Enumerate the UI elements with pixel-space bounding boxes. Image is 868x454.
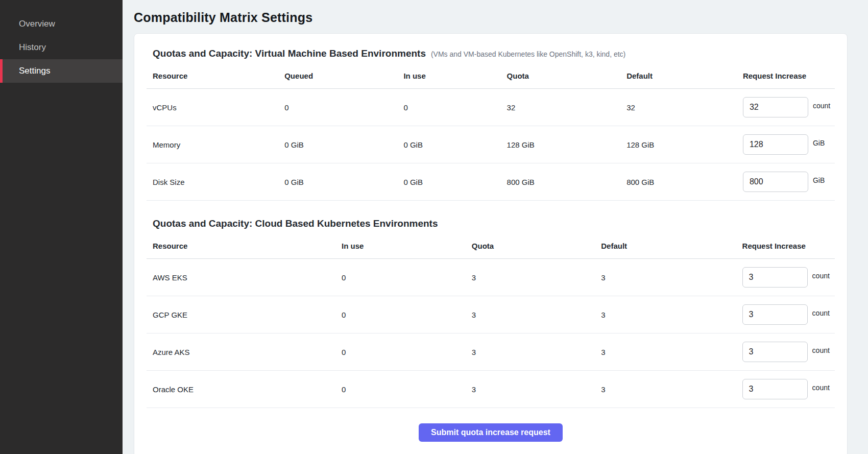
resource-cell: GCP GKE [147,296,339,333]
default-cell: 128 GiB [623,126,740,163]
unit-label: count [812,346,830,354]
request-increase-cell: count [739,259,835,296]
request-increase-input[interactable] [742,267,808,288]
in-use-cell: 0 [339,371,469,408]
table-row: AWS EKS 0 3 3 count [147,259,835,296]
request-increase-input[interactable] [743,97,808,117]
resource-cell: Azure AKS [147,333,339,371]
submit-quota-increase-button[interactable]: Submit quota increase request [419,423,563,442]
submit-area: Submit quota increase request [147,423,835,442]
main-content: Compatibility Matrix Settings Quotas and… [123,0,868,454]
request-increase-input[interactable] [743,134,808,155]
default-cell: 3 [598,259,739,296]
table-row: GCP GKE 0 3 3 count [147,296,835,333]
table-header-row: Resource In use Quota Default Request In… [147,238,835,259]
unit-label: count [812,384,830,392]
request-increase-input[interactable] [742,379,808,399]
request-increase-input[interactable] [742,304,808,325]
sidebar-item-history[interactable]: History [0,36,123,59]
default-cell: 32 [623,89,740,126]
vm-section-title: Quotas and Capacity: Virtual Machine Bas… [153,48,426,59]
quota-cell: 32 [504,89,624,126]
table-row: Azure AKS 0 3 3 count [147,333,835,371]
quota-cell: 800 GiB [504,163,624,201]
quota-cell: 3 [469,259,598,296]
vm-section-subtitle: (VMs and VM-based Kubernetes like OpenSh… [431,50,625,58]
table-row: Memory 0 GiB 0 GiB 128 GiB 128 GiB GiB [147,126,835,163]
request-increase-cell: GiB [740,163,835,201]
request-increase-input[interactable] [743,172,808,192]
column-header-quota: Quota [504,68,624,89]
table-row: Oracle OKE 0 3 3 count [147,371,835,408]
sidebar-item-label: Settings [19,66,50,76]
quota-cell: 3 [469,296,598,333]
request-increase-cell: count [739,333,835,371]
vm-section-header: Quotas and Capacity: Virtual Machine Bas… [147,48,835,59]
cloud-section-title: Quotas and Capacity: Cloud Based Kuberne… [153,218,438,229]
request-increase-cell: count [740,89,835,126]
quota-cell: 128 GiB [504,126,624,163]
table-header-row: Resource Queued In use Quota Default Req… [147,68,835,89]
unit-label: GiB [813,176,825,184]
cloud-section-header: Quotas and Capacity: Cloud Based Kuberne… [147,218,835,229]
page-title: Compatibility Matrix Settings [134,10,848,25]
unit-label: GiB [813,139,825,147]
queued-cell: 0 GiB [281,126,400,163]
sidebar: Overview History Settings [0,0,123,454]
in-use-cell: 0 GiB [400,163,503,201]
column-header-in-use: In use [339,238,469,259]
in-use-cell: 0 [400,89,503,126]
column-header-in-use: In use [400,68,503,89]
default-cell: 800 GiB [623,163,740,201]
sidebar-item-overview[interactable]: Overview [0,12,123,36]
resource-cell: Memory [147,126,281,163]
request-increase-cell: count [739,296,835,333]
sidebar-item-label: History [19,42,46,53]
unit-label: count [813,102,830,110]
resource-cell: vCPUs [147,89,281,126]
table-row: Disk Size 0 GiB 0 GiB 800 GiB 800 GiB Gi… [147,163,835,201]
column-header-request-increase: Request Increase [739,238,835,259]
resource-cell: Disk Size [147,163,281,201]
queued-cell: 0 GiB [281,163,400,201]
column-header-request-increase: Request Increase [740,68,835,89]
default-cell: 3 [598,333,739,371]
resource-cell: Oracle OKE [147,371,339,408]
column-header-default: Default [623,68,740,89]
unit-label: count [812,272,830,280]
quota-cell: 3 [469,333,598,371]
column-header-queued: Queued [281,68,400,89]
default-cell: 3 [598,296,739,333]
in-use-cell: 0 GiB [400,126,503,163]
cloud-quota-table: Resource In use Quota Default Request In… [147,238,835,408]
in-use-cell: 0 [339,333,469,371]
queued-cell: 0 [281,89,400,126]
column-header-default: Default [598,238,739,259]
column-header-quota: Quota [469,238,598,259]
sidebar-item-settings[interactable]: Settings [0,59,123,83]
in-use-cell: 0 [339,259,469,296]
column-header-resource: Resource [147,68,281,89]
sidebar-item-label: Overview [19,19,55,29]
in-use-cell: 0 [339,296,469,333]
default-cell: 3 [598,371,739,408]
request-increase-cell: count [739,371,835,408]
resource-cell: AWS EKS [147,259,339,296]
request-increase-cell: GiB [740,126,835,163]
quota-cell: 3 [469,371,598,408]
vm-quota-table: Resource Queued In use Quota Default Req… [147,68,835,201]
request-increase-input[interactable] [742,342,808,362]
column-header-resource: Resource [147,238,339,259]
table-row: vCPUs 0 0 32 32 count [147,89,835,126]
settings-card: Quotas and Capacity: Virtual Machine Bas… [134,33,848,454]
unit-label: count [812,309,830,317]
